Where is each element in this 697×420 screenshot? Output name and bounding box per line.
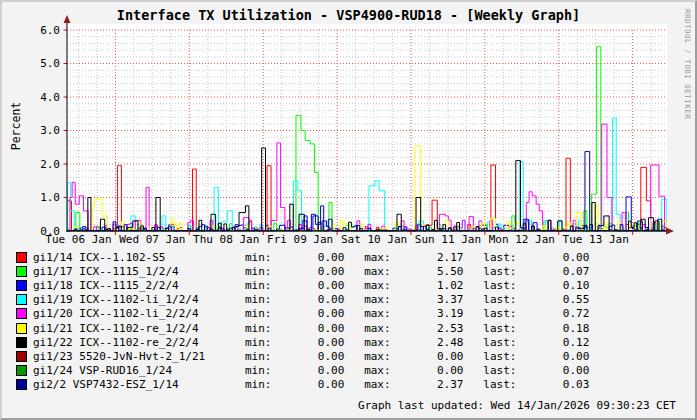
legend-row: gi1/18 ICX--1115_2/2/4 min: 0.00 max: 1.… [14, 278, 589, 292]
legend-row: gi1/19 ICX--1102-li_1/2/4 min: 0.00 max:… [14, 293, 589, 307]
series-stats-text: gi1/24 VSP-RUD16_1/24 min: 0.00 max: 0.0… [33, 365, 589, 376]
legend-row: gi1/20 ICX--1102-li_2/2/4 min: 0.00 max:… [14, 307, 589, 321]
series-color-swatch [16, 365, 27, 376]
x-tick-label: Fri 09 Jan [267, 233, 333, 246]
x-tick-label: Sun 11 Jan [415, 233, 481, 246]
series-stats-text: gi1/23 5520-JvN-Hvt-2_1/21 min: 0.00 max… [33, 351, 589, 362]
x-tick-label: Sat 10 Jan [341, 233, 407, 246]
x-tick-label: Wed 07 Jan [119, 233, 185, 246]
x-axis-arrow-icon [666, 228, 674, 235]
legend-row: gi2/2 VSP7432-ESZ_1/14 min: 0.00 max: 2.… [14, 378, 589, 392]
y-tick-label: 5.0 [40, 57, 60, 70]
x-tick-label: Mon 12 Jan [489, 233, 555, 246]
legend-row: gi1/17 ICX--1115_1/2/4 min: 0.00 max: 5.… [14, 264, 589, 278]
series-color-swatch [16, 323, 27, 334]
series-color-swatch [16, 379, 27, 390]
y-axis-arrow-icon [64, 15, 71, 23]
y-tick-label: 6.0 [40, 24, 60, 37]
series-color-swatch [16, 266, 27, 277]
legend-row: gi1/24 VSP-RUD16_1/24 min: 0.00 max: 0.0… [14, 364, 589, 378]
series-stats-text: gi1/20 ICX--1102-li_2/2/4 min: 0.00 max:… [33, 308, 589, 319]
x-tick-label: Tue 06 Jan [45, 233, 111, 246]
legend-row: gi1/23 5520-JvN-Hvt-2_1/21 min: 0.00 max… [14, 349, 589, 363]
series-stats-text: gi1/21 ICX--1102-re_1/2/4 min: 0.00 max:… [33, 323, 589, 334]
y-tick-label: 3.0 [40, 124, 60, 137]
series-stats-text: gi1/22 ICX--1102-re_2/2/4 min: 0.00 max:… [33, 337, 589, 348]
series-stats-text: gi1/18 ICX--1115_2/2/4 min: 0.00 max: 1.… [33, 280, 589, 291]
series-stats-text: gi1/19 ICX--1102-li_1/2/4 min: 0.00 max:… [33, 294, 589, 305]
x-tick-label: Thu 08 Jan [193, 233, 259, 246]
series-color-swatch [16, 252, 27, 263]
series-color-swatch [16, 351, 27, 362]
rrdtool-weekly-graph: Interface TX Utilization - VSP4900-RUD18… [0, 0, 697, 420]
series-color-swatch [16, 280, 27, 291]
y-tick-label: 1.0 [40, 191, 60, 204]
series-color-swatch [16, 308, 27, 319]
last-updated-text: Graph last updated: Wed 14/Jan/2026 09:3… [358, 399, 676, 412]
series-color-swatch [16, 294, 27, 305]
series-stats-text: gi1/17 ICX--1115_1/2/4 min: 0.00 max: 5.… [33, 266, 589, 277]
x-tick-label: Tue 13 Jan [563, 233, 629, 246]
series-color-swatch [16, 337, 27, 348]
series-stats-text: gi2/2 VSP7432-ESZ_1/14 min: 0.00 max: 2.… [33, 379, 589, 390]
series-stats-text: gi1/14 ICX--1.102-S5 min: 0.00 max: 2.17… [33, 252, 589, 263]
legend-row: gi1/22 ICX--1102-re_2/2/4 min: 0.00 max:… [14, 335, 589, 349]
legend-row: gi1/14 ICX--1.102-S5 min: 0.00 max: 2.17… [14, 250, 589, 264]
legend: gi1/14 ICX--1.102-S5 min: 0.00 max: 2.17… [14, 250, 589, 392]
y-tick-label: 4.0 [40, 91, 60, 104]
y-tick-label: 2.0 [40, 158, 60, 171]
legend-row: gi1/21 ICX--1102-re_1/2/4 min: 0.00 max:… [14, 321, 589, 335]
plot-canvas [67, 24, 667, 231]
